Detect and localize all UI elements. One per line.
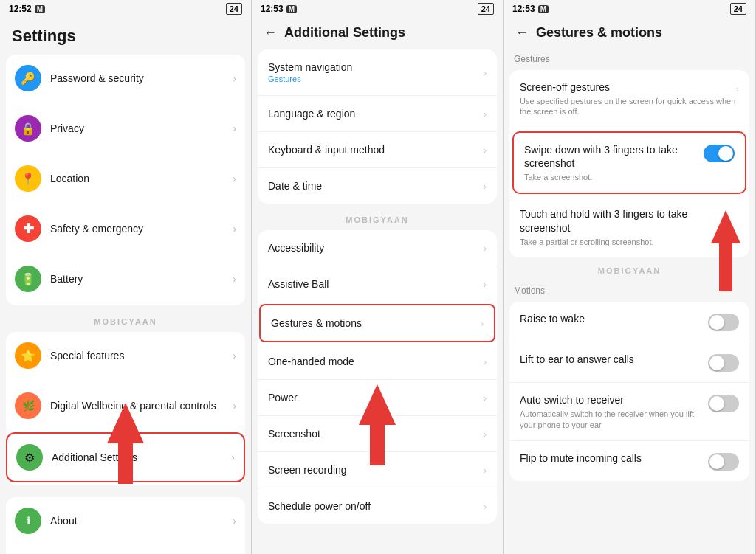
settings-item-location[interactable]: 📍 Location › bbox=[6, 155, 245, 202]
page-header-back-2: ← Additional Settings bbox=[252, 18, 503, 46]
arrow-password: › bbox=[233, 72, 236, 84]
arrow-special: › bbox=[233, 350, 236, 361]
battery-1: 24 bbox=[226, 3, 242, 15]
toggle-knob-flip bbox=[709, 454, 724, 469]
location-icon: 📍 bbox=[15, 165, 41, 192]
card-item-schedule[interactable]: Schedule power on/off › bbox=[258, 488, 497, 524]
annotation-arrow-3 bbox=[711, 210, 740, 291]
screenrec-title: Screen recording bbox=[268, 464, 484, 476]
card-item-date[interactable]: Date & time › bbox=[258, 168, 497, 204]
settings-card-2a: System navigation Gestures › Language & … bbox=[258, 49, 497, 204]
arrow-onehanded: › bbox=[484, 356, 487, 367]
card-item-onehanded[interactable]: One-handed mode › bbox=[258, 344, 497, 380]
arrow-assistive: › bbox=[484, 279, 487, 290]
card-item-assistive[interactable]: Assistive Ball › bbox=[258, 266, 497, 302]
status-left-2: 12:53 M bbox=[261, 4, 297, 14]
arrow-screen-off: › bbox=[736, 83, 739, 94]
status-badge-1: M bbox=[35, 5, 45, 13]
arrow-head-3 bbox=[711, 210, 740, 243]
screen-off-title: Screen-off gestures bbox=[520, 80, 736, 94]
settings-item-about[interactable]: ℹ About › bbox=[6, 497, 245, 544]
battery-3: 24 bbox=[730, 3, 746, 15]
settings-item-special[interactable]: ⭐ Special features › bbox=[6, 332, 245, 379]
arrow-head-2 bbox=[359, 384, 396, 425]
battery-icon-item: 🔋 bbox=[15, 266, 41, 292]
auto-switch-title: Auto switch to receiver bbox=[520, 393, 702, 406]
back-button-2[interactable]: ← bbox=[264, 25, 277, 41]
status-left-3: 12:53 M bbox=[512, 4, 549, 14]
gestures-title: Gestures & motions bbox=[271, 317, 481, 329]
special-title: Special features bbox=[50, 350, 233, 361]
status-time-2: 12:53 bbox=[261, 4, 284, 14]
arrow-body-3 bbox=[719, 243, 732, 291]
watermark-2: MOBIGYAAN bbox=[252, 212, 503, 227]
motion-auto-switch[interactable]: Auto switch to receiver Automatically sw… bbox=[509, 383, 749, 441]
arrow-screenrec: › bbox=[484, 465, 487, 476]
watermark-1: MOBIGYAAN bbox=[0, 314, 251, 329]
settings-scroll-3[interactable]: Gestures Screen-off gestures Use specifi… bbox=[504, 46, 755, 554]
toggle-knob-lift bbox=[709, 356, 724, 370]
arrow-keyboard: › bbox=[484, 145, 487, 156]
location-title: Location bbox=[50, 173, 233, 184]
arrow-gestures: › bbox=[481, 318, 484, 329]
raise-toggle[interactable] bbox=[708, 314, 739, 331]
settings-item-privacy[interactable]: 🔒 Privacy › bbox=[6, 105, 245, 152]
motion-flip[interactable]: Flip to mute incoming calls bbox=[509, 441, 749, 481]
card-item-gestures[interactable]: Gestures & motions › bbox=[259, 304, 495, 342]
arrow-date: › bbox=[484, 181, 487, 192]
status-time-3: 12:53 bbox=[512, 4, 535, 14]
flip-toggle[interactable] bbox=[708, 453, 739, 471]
settings-item-safety[interactable]: ✚ Safety & emergency › bbox=[6, 205, 245, 252]
status-right-1: 24 bbox=[226, 3, 242, 15]
auto-switch-toggle[interactable] bbox=[708, 395, 739, 412]
safety-icon: ✚ bbox=[15, 215, 41, 242]
password-icon: 🔑 bbox=[15, 65, 41, 91]
about-title: About bbox=[50, 515, 233, 527]
motion-lift[interactable]: Lift to ear to answer calls bbox=[509, 342, 749, 383]
status-badge-3: M bbox=[538, 5, 549, 13]
auto-switch-desc: Automatically switch to the receiver whe… bbox=[520, 409, 702, 430]
arrow-language: › bbox=[484, 108, 487, 120]
page-title-1: Settings bbox=[0, 18, 251, 52]
gesture-screen-off[interactable]: Screen-off gestures Use specified gestur… bbox=[509, 70, 749, 128]
arrow-about: › bbox=[233, 515, 236, 527]
settings-card-1c: ℹ About › 👤 Users & accounts › G Google … bbox=[6, 497, 245, 554]
card-item-accessibility[interactable]: Accessibility › bbox=[258, 230, 497, 266]
toggle-knob-auto bbox=[709, 396, 724, 411]
swipe-down-title: Swipe down with 3 fingers to take screen… bbox=[524, 143, 698, 170]
card-item-language[interactable]: Language & region › bbox=[258, 96, 497, 132]
schedule-title: Schedule power on/off bbox=[268, 500, 484, 512]
password-title: Password & security bbox=[50, 72, 233, 84]
battery-2: 24 bbox=[478, 3, 494, 15]
status-left-1: 12:52 M bbox=[9, 4, 45, 14]
arrow-screenshot: › bbox=[484, 429, 487, 440]
page-title-2: Additional Settings bbox=[284, 25, 405, 41]
settings-card-1a: 🔑 Password & security › 🔒 Privacy › 📍 Lo… bbox=[6, 55, 245, 305]
divider-2a bbox=[252, 207, 503, 212]
settings-item-users[interactable]: 👤 Users & accounts › bbox=[6, 547, 245, 554]
status-bar-2: 12:53 M 24 bbox=[252, 0, 503, 18]
arrow-power: › bbox=[484, 392, 487, 404]
gesture-swipe-down[interactable]: Swipe down with 3 fingers to take screen… bbox=[512, 131, 746, 195]
card-item-system-nav[interactable]: System navigation Gestures › bbox=[258, 49, 497, 96]
toggle-knob-swipe bbox=[718, 146, 733, 161]
keyboard-title: Keyboard & input method bbox=[268, 144, 484, 156]
settings-item-battery[interactable]: 🔋 Battery › bbox=[6, 255, 245, 302]
card-item-keyboard[interactable]: Keyboard & input method › bbox=[258, 132, 497, 168]
swipe-down-toggle[interactable] bbox=[704, 145, 735, 162]
panel-gestures: 12:53 M 24 ← Gestures & motions Gestures… bbox=[504, 0, 756, 554]
status-right-2: 24 bbox=[478, 3, 494, 15]
lift-title: Lift to ear to answer calls bbox=[520, 353, 702, 366]
battery-title: Battery bbox=[50, 273, 233, 285]
lift-toggle[interactable] bbox=[708, 354, 739, 372]
motion-raise[interactable]: Raise to wake bbox=[509, 302, 749, 342]
back-button-3[interactable]: ← bbox=[515, 25, 529, 41]
settings-scroll-2[interactable]: System navigation Gestures › Language & … bbox=[252, 46, 503, 554]
language-title: Language & region bbox=[268, 108, 484, 120]
raise-title: Raise to wake bbox=[520, 312, 702, 325]
date-title: Date & time bbox=[268, 180, 484, 192]
arrow-head-1 bbox=[107, 403, 144, 443]
swipe-down-desc: Take a screenshot. bbox=[524, 172, 698, 182]
settings-item-password[interactable]: 🔑 Password & security › bbox=[6, 55, 245, 102]
panel-additional: 12:53 M 24 ← Additional Settings System … bbox=[252, 0, 504, 554]
